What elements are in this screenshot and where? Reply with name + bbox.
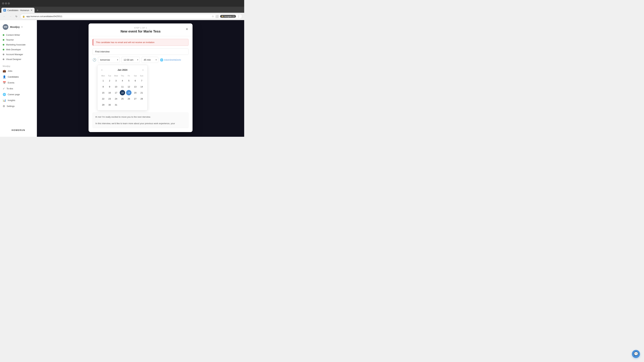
calendar-nav: ‹ Jan 2024 ›: [100, 68, 145, 72]
window-controls: [2, 2, 10, 4]
event-name-input[interactable]: [92, 48, 188, 55]
sidebar-item-account-manager[interactable]: Account Manager: [0, 52, 37, 57]
sidebar-item-teacher[interactable]: Teacher: [0, 37, 37, 42]
duration-select[interactable]: 45 min 30 min 60 min: [142, 57, 158, 63]
cal-day-9[interactable]: 9: [107, 84, 112, 89]
address-bar-row: ← → ↻ 🔒 app.homerun.co/candidates/542551…: [0, 13, 244, 20]
address-bar[interactable]: 🔒 app.homerun.co/candidates/5425511 ☆ ⬜ …: [20, 14, 242, 19]
cal-day-13[interactable]: 13: [133, 84, 138, 89]
modal-title: New event for Marie Tess: [92, 29, 188, 33]
tab-label: Candidates · Homerun: [8, 9, 29, 11]
cal-day-24[interactable]: 24: [113, 96, 119, 101]
sidebar-item-visual-designer[interactable]: Visual Designer: [0, 57, 37, 62]
sidebar-item-marketing-associate[interactable]: First interview Marketing Associate: [0, 42, 37, 47]
sidebar-item-settings[interactable]: ⚙ Settings: [0, 103, 37, 109]
sidebar-item-career-page[interactable]: 🌐 Career page: [0, 91, 37, 97]
cal-day-30[interactable]: 30: [107, 102, 112, 107]
close-button[interactable]: [8, 2, 10, 4]
user-menu-chevron: ▾: [22, 26, 22, 28]
sidebar-user[interactable]: MM Moodjoy ▾: [0, 23, 37, 32]
description-paragraph-2: In this interview, we'd like to learn mo…: [96, 122, 186, 125]
incognito-icon: 🕵: [221, 15, 224, 17]
cal-day-29[interactable]: 29: [100, 102, 106, 107]
cal-day-15[interactable]: 15: [100, 90, 106, 95]
timezone-link[interactable]: 🌐 ASIA/SHANGHAI: [160, 58, 181, 61]
cal-day-8[interactable]: 8: [100, 84, 106, 89]
career-icon: 🌐: [3, 93, 6, 96]
cal-day-19[interactable]: 19: [126, 90, 132, 95]
forward-button[interactable]: →: [8, 14, 13, 19]
cal-day-28[interactable]: 28: [139, 96, 144, 101]
cal-day-4[interactable]: 4: [120, 78, 125, 83]
menu-icon[interactable]: ⋮: [237, 15, 240, 18]
job-label: Teacher: [6, 38, 14, 41]
sidebar-item-insights[interactable]: 📊 Insights: [0, 97, 37, 103]
tab-close-button[interactable]: ✕: [30, 9, 32, 11]
cal-day-2[interactable]: 2: [107, 78, 112, 83]
cal-day-6[interactable]: 6: [133, 78, 138, 83]
cal-day-23[interactable]: 23: [107, 96, 112, 101]
cal-day-11[interactable]: 11: [120, 84, 125, 89]
sidebar-item-content-writer[interactable]: Content Writer: [0, 32, 37, 37]
modal-header: STEP 1 OF 1 New event for Marie Tess ✕: [88, 23, 192, 36]
back-button[interactable]: ←: [2, 14, 7, 19]
modal-close-button[interactable]: ✕: [184, 27, 189, 31]
bookmark-icon[interactable]: ☆: [212, 15, 214, 18]
incognito-badge: 🕵 Incognito (2): [220, 15, 236, 18]
cal-day-empty2: [126, 102, 132, 107]
maximize-button[interactable]: [5, 2, 7, 4]
nav-label: Insights: [8, 99, 15, 102]
app-layout: MM Moodjoy ▾ Content Writer Teacher Firs…: [0, 20, 244, 137]
reload-button[interactable]: ↻: [14, 14, 19, 19]
cal-day-18[interactable]: 18: [120, 90, 125, 95]
sidebar-item-events[interactable]: 📅 Events: [0, 80, 37, 86]
cal-day-14[interactable]: 14: [139, 84, 144, 89]
dow-sat: Sat: [132, 74, 138, 77]
split-view-icon[interactable]: ⬜: [215, 15, 219, 18]
cal-day-5[interactable]: 5: [126, 78, 132, 83]
cal-day-10[interactable]: 10: [113, 84, 119, 89]
cal-day-17[interactable]: 17: [113, 90, 119, 95]
cal-day-27[interactable]: 27: [133, 96, 138, 101]
cal-day-3[interactable]: 3: [113, 78, 119, 83]
cal-day-22[interactable]: 22: [100, 96, 106, 101]
job-label: Content Writer: [6, 34, 20, 36]
job-label: Visual Designer: [6, 58, 21, 60]
clock-icon: 🕐: [92, 58, 96, 62]
time-select[interactable]: 12:00 am 1:00 am: [122, 57, 140, 63]
date-select-wrap: tomorrow today custom: [98, 57, 120, 63]
cal-day-16[interactable]: 16: [107, 90, 112, 95]
calendar-next-button[interactable]: ›: [141, 68, 145, 72]
timezone-label: ASIA/SHANGHAI: [164, 59, 181, 61]
modal-step-label: STEP 1 OF 1: [92, 27, 188, 29]
cal-day-12[interactable]: 12: [126, 84, 132, 89]
sidebar-item-jobs[interactable]: 💼 Jobs: [0, 68, 37, 74]
insights-icon: 📊: [3, 99, 6, 102]
new-tab-button[interactable]: +: [35, 8, 40, 13]
description-text: th me! I'm really excited to move you to…: [92, 112, 188, 128]
cal-day-7[interactable]: 7: [139, 78, 144, 83]
dow-mon: Mon: [100, 74, 106, 77]
cal-day-20[interactable]: 20: [133, 90, 138, 95]
event-name-field: [92, 48, 188, 55]
job-dot: [3, 54, 4, 55]
nav-label: Candidates: [8, 76, 19, 78]
active-tab[interactable]: H Candidates · Homerun ✕: [1, 8, 34, 13]
sidebar-item-web-developer[interactable]: Web Developer: [0, 47, 37, 52]
sidebar-item-todos[interactable]: ✓ To-dos: [0, 86, 37, 91]
cal-day-26[interactable]: 26: [126, 96, 132, 101]
cal-day-25[interactable]: 25: [120, 96, 125, 101]
settings-icon: ⚙: [3, 105, 5, 108]
calendar-prev-button[interactable]: ‹: [100, 68, 104, 72]
modal-overlay: STEP 1 OF 1 New event for Marie Tess ✕ T…: [37, 20, 244, 137]
cal-day-21[interactable]: 21: [139, 90, 144, 95]
cal-day-1[interactable]: 1: [100, 78, 106, 83]
cal-day-empty4: [139, 102, 144, 107]
time-select-wrap: 12:00 am 1:00 am: [122, 57, 140, 63]
date-select[interactable]: tomorrow today custom: [98, 57, 120, 63]
sidebar-item-candidates[interactable]: 👤 Candidates: [0, 74, 37, 80]
todos-icon: ✓: [3, 87, 5, 90]
minimize-button[interactable]: [2, 2, 4, 4]
cal-day-31[interactable]: 31: [113, 102, 119, 107]
browser-chrome: [0, 0, 244, 7]
